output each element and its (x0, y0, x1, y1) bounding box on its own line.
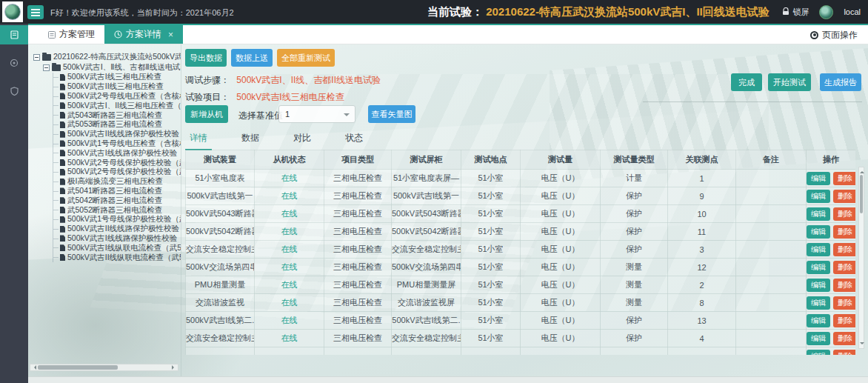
start-test-button[interactable]: 开始测试 (768, 73, 811, 91)
scrollbar-thumb[interactable] (38, 365, 118, 370)
edit-button[interactable]: 编辑 (807, 190, 830, 203)
delete-button[interactable]: 删除 (833, 190, 855, 203)
collapse-icon[interactable] (33, 54, 40, 61)
tree-item[interactable]: 500kV武2号母线保护极性校验（武5043. (53, 167, 181, 177)
scroll-down-arrow[interactable] (860, 342, 864, 347)
tree-item[interactable]: 500kV武2号母线电压检查（含核相） (53, 92, 181, 101)
generate-report-button[interactable]: 生成报告 (820, 73, 861, 91)
delete-button[interactable]: 删除 (833, 279, 855, 292)
cell-status: 在线 (255, 259, 324, 276)
delete-button[interactable]: 删除 (833, 261, 855, 274)
tree-item[interactable]: 500kV武2号母线保护极性校验（武5043. (53, 158, 181, 167)
tree-item[interactable]: 500kV武1号母线电压检查（含核相） (53, 139, 181, 149)
file-icon (60, 226, 65, 233)
edit-button[interactable]: 编辑 (807, 332, 830, 345)
avatar[interactable] (819, 5, 833, 19)
table-row[interactable]: 交流安全稳定控制主在线三相电压检查交流安全稳定控制主.51小室电压（U）保护3编… (186, 241, 856, 259)
edit-button[interactable]: 编辑 (807, 172, 830, 185)
sidebar-item-plan[interactable] (0, 25, 28, 44)
edit-button[interactable]: 编辑 (807, 207, 830, 221)
upload-data-button[interactable]: 数据上送 (231, 49, 273, 67)
sidebar-item-monitor[interactable] (0, 53, 28, 73)
base-value-select[interactable]: 1 (278, 105, 355, 123)
tab-plan-manage[interactable]: 方案管理 (39, 25, 104, 44)
export-data-button[interactable]: 导出数据 (185, 49, 227, 67)
tree-item[interactable]: 500kV武吉II线三相电压检查 (53, 82, 181, 92)
delete-button[interactable]: 删除 (833, 350, 855, 356)
tree-item[interactable]: 武5053断路器三相电流检查 (53, 120, 181, 130)
table-row[interactable]: 500kV武5042断路器在线三相电压检查500kV武5042断路器51小室电压… (186, 223, 856, 241)
tab-compare[interactable]: 对比 (289, 130, 316, 150)
scroll-right-arrow[interactable] (172, 365, 176, 370)
table-row[interactable]: 500kV武5043断路器在线三相电压检查500kV武5043断路器51小室电压… (186, 205, 856, 223)
edit-button[interactable]: 编辑 (807, 296, 830, 310)
edit-button[interactable]: 编辑 (807, 225, 830, 239)
tree-item[interactable]: 500kV武吉I线线路保护极性校验（武504 (53, 148, 181, 158)
tree-root-node[interactable]: 20210622-特高压武汉换流站500kV武吉I、II回 (33, 52, 181, 62)
tree-item[interactable]: 极I高端换流变三相电压检查 (53, 177, 181, 187)
delete-button[interactable]: 删除 (833, 225, 855, 239)
tree-group-node[interactable]: 500kV武吉Ⅰ、Ⅱ线、吉都Ⅱ线送电试验 (43, 62, 181, 73)
finish-button[interactable]: 完成 (731, 73, 762, 91)
sidebar-item-security[interactable] (0, 81, 28, 101)
edit-button[interactable]: 编辑 (807, 279, 830, 292)
folder-icon (52, 64, 61, 71)
close-icon[interactable]: × (168, 30, 173, 40)
tab-label: 方案管理 (59, 28, 95, 41)
tree-item[interactable]: 500kV武吉II线纵联电流检查（武5052、武 (53, 253, 181, 262)
tree-item[interactable]: 武5043断路器三相电流检查 (53, 110, 181, 120)
tree-item[interactable]: 500kV武吉I线纵联电流检查（武5042、武5 (53, 243, 181, 253)
table-row[interactable]: 交流安全稳定控制主.在线三相电压检查交流安全稳定控制主.51小室电压（U）保护4… (186, 330, 856, 347)
cell-status: 在线 (255, 205, 324, 223)
app-logo[interactable] (2, 1, 23, 22)
edit-button[interactable]: 编辑 (807, 314, 830, 327)
collapse-icon[interactable] (43, 64, 50, 71)
table-row[interactable]: 500kV交流场第四串在线三相电压检查500kV交流场第四串.51小室电压（U）… (186, 259, 856, 276)
table-row[interactable]: 交流谐波监视在线三相电压检查交流谐波监视屏51小室电压（U）测量8编辑删除 (186, 294, 856, 312)
scroll-left-arrow[interactable] (32, 365, 36, 370)
table-row[interactable]: 500kV武吉I线第一在线三相电压检查500kV武吉I线第一51小室电压（U）保… (186, 187, 856, 205)
table-vertical-scrollbar[interactable] (858, 167, 864, 349)
delete-button[interactable]: 删除 (833, 243, 855, 256)
column-header: 测试屏柜 (392, 150, 461, 170)
delete-button[interactable]: 删除 (833, 172, 855, 185)
tree-horizontal-scrollbar[interactable] (30, 364, 178, 371)
tree-item[interactable]: 武5052断路器三相电流检查 (53, 205, 181, 215)
tree-item[interactable]: 500kV武吉I线线路保护极性校验（武504 (53, 234, 181, 244)
scrollbar-thumb[interactable] (860, 175, 863, 213)
table-row[interactable]: 编辑删除 (186, 347, 856, 356)
tree-item[interactable]: 500kV武1号母线保护极性校验（武5041. (53, 215, 181, 224)
tab-status[interactable]: 状态 (341, 130, 367, 150)
cell-type: 三相电压检查 (324, 276, 392, 294)
tree-item[interactable]: 武5041断路器三相电流检查 (53, 187, 181, 196)
tree-item[interactable]: 500kV武吉II线线路保护极性校验（武505 (53, 130, 181, 139)
delete-button[interactable]: 删除 (833, 207, 855, 221)
table-row[interactable]: 51小室电度表在线三相电压检查51小室电度表屏—51小室电压（U）计量1编辑删除 (186, 170, 856, 187)
scroll-up-arrow[interactable] (860, 169, 864, 173)
delete-button[interactable]: 删除 (833, 296, 855, 310)
page-action-toggle[interactable]: 页面操作 (810, 25, 858, 44)
tree-item[interactable]: 500kV武吉I、II线三相电压检查（核相） (53, 101, 181, 110)
tree-item[interactable]: 500kV武吉I线三相电压检查 (53, 73, 181, 82)
menu-toggle-button[interactable] (27, 5, 44, 19)
retest-all-button[interactable]: 全部重新测试 (277, 49, 335, 67)
add-slave-button[interactable]: 新增从机 (185, 105, 228, 123)
tab-data[interactable]: 数据 (237, 130, 264, 150)
tree-item[interactable]: 500kV武吉II线线路保护极性校验（武505 (53, 224, 181, 234)
edit-button[interactable]: 编辑 (807, 261, 830, 274)
table-row[interactable]: PMU相量测量在线三相电压检查PMU相量测量屏51小室电压（U）测量2编辑删除 (186, 276, 856, 294)
edit-button[interactable]: 编辑 (807, 350, 830, 356)
edit-button[interactable]: 编辑 (807, 243, 830, 256)
debug-step-line: 调试步骤： 500kV武吉I、II线、吉都II线送电试验 (185, 74, 381, 87)
cell-qtype: 保护 (601, 205, 668, 223)
tab-detail[interactable]: 详情 (185, 130, 212, 150)
tab-plan-detail[interactable]: 方案详情 × (104, 25, 183, 44)
view-vector-button[interactable]: 查看矢量图 (368, 105, 415, 123)
lock-screen-button[interactable]: 锁屏 (782, 7, 809, 18)
tree-item[interactable]: 武5042断路器三相电流检查 (53, 196, 181, 205)
cell-qtype: 测量 (601, 259, 668, 276)
table-row[interactable]: 500kV武吉I线第二.在线三相电压检查500kV武吉I线第二.51小室电压（U… (186, 312, 856, 330)
delete-button[interactable]: 删除 (833, 314, 855, 327)
delete-button[interactable]: 删除 (833, 332, 855, 345)
debug-step-value: 500kV武吉I、II线、吉都II线送电试验 (236, 75, 381, 85)
